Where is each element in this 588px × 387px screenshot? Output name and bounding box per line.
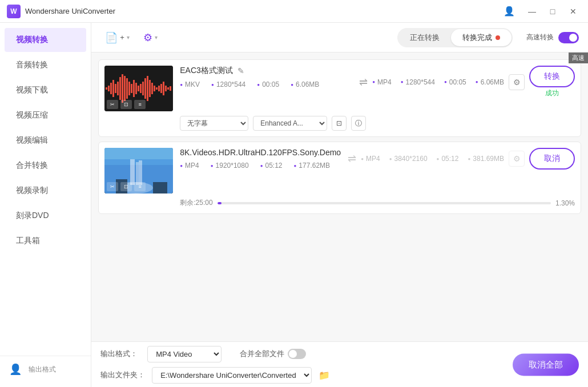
merge-toggle-wrap: 合并全部文件 — [240, 349, 306, 359]
info-button-1[interactable]: ⓘ — [351, 116, 366, 131]
file-name-2: 8K.Videos.HDR.UltraHD.120FPS.Sony.Demo — [180, 148, 341, 157]
merge-toggle[interactable] — [288, 349, 306, 359]
success-text-1: 成功 — [545, 88, 559, 98]
high-speed-area: 高速转换 — [526, 32, 579, 43]
sidebar-item-toolbox[interactable]: 工具箱 — [5, 229, 86, 253]
output-settings-button-2[interactable]: ⚙ — [509, 151, 525, 167]
window-controls: — □ ✕ — [524, 6, 581, 17]
path-select[interactable]: E:\Wondershare UniConverter\Converted — [152, 367, 312, 384]
high-speed-label: 高速转换 — [526, 33, 554, 42]
merge-label: 合并全部文件 — [240, 349, 284, 359]
sidebar-item-merge-convert[interactable]: 合并转换 — [5, 154, 86, 178]
menu-button-1[interactable]: ≡ — [134, 100, 146, 109]
shuffle-icon-2[interactable]: ⇌ — [348, 152, 356, 165]
svg-rect-37 — [104, 148, 173, 159]
file-info-1: EAC3格式测试 ✎ ● MKV ● 1280*544 ● 00:05 ● 6.… — [180, 66, 352, 92]
edit-name-icon-1[interactable]: ✎ — [237, 66, 244, 75]
file-info-2: 8K.Videos.HDR.UltraHD.120FPS.Sony.Demo ●… — [180, 148, 341, 173]
sidebar: 视频转换 音频转换 视频下载 视频压缩 视频编辑 合并转换 视频录制 刻录DVD… — [0, 23, 91, 387]
path-label: 输出文件夹： — [100, 370, 145, 380]
svg-rect-5 — [117, 82, 119, 95]
svg-rect-23 — [158, 86, 160, 91]
svg-rect-19 — [149, 80, 151, 97]
subtitle-select[interactable]: 无字幕 — [180, 116, 248, 131]
svg-rect-32 — [136, 162, 139, 185]
progress-text-2: 1.30% — [555, 199, 575, 207]
thumbnail-1: ✂ ⊡ ≡ — [104, 66, 173, 111]
svg-rect-2 — [110, 83, 112, 94]
maximize-button[interactable]: □ — [545, 6, 561, 17]
close-button[interactable]: ✕ — [565, 6, 581, 17]
minimize-button[interactable]: — — [524, 6, 540, 17]
app-logo: W — [7, 5, 21, 18]
sidebar-item-video-compress[interactable]: 视频压缩 — [5, 103, 86, 127]
svg-rect-36 — [153, 182, 167, 194]
file-name-1: EAC3格式测试 ✎ — [180, 66, 352, 76]
high-speed-toggle[interactable] — [558, 32, 579, 43]
svg-rect-0 — [106, 87, 107, 90]
cancel-button-2[interactable]: 取消 — [529, 148, 575, 170]
output-settings-button-1[interactable]: ⚙ — [509, 74, 525, 90]
subtitle-clip-button[interactable]: ⊡ — [332, 116, 347, 131]
progress-bar-2 — [218, 202, 551, 204]
file-card-2: ✂ ⊡ ≡ 8K.Videos.HDR.UltraHD.120FPS.Sony.… — [98, 142, 581, 214]
subtitle-select-wrap: 无字幕 — [180, 116, 248, 131]
sidebar-item-video-convert[interactable]: 视频转换 — [5, 28, 86, 52]
svg-rect-6 — [119, 77, 121, 100]
sidebar-item-video-edit[interactable]: 视频编辑 — [5, 128, 86, 152]
output-format-label: 输出格式 — [29, 365, 56, 374]
subtitle-row-1: 无字幕 Enhanced A... ⊡ ⓘ — [180, 116, 575, 131]
add-file-button[interactable]: 📄 + ▾ — [100, 28, 134, 47]
main-layout: 视频转换 音频转换 视频下载 视频压缩 视频编辑 合并转换 视频录制 刻录DVD… — [0, 23, 588, 387]
svg-rect-17 — [144, 78, 146, 99]
format-label: 输出格式： — [100, 349, 140, 359]
svg-rect-18 — [147, 76, 148, 101]
thumb-controls-2: ✂ ⊡ ≡ — [107, 182, 146, 191]
setting-icon: ⚙ — [143, 31, 152, 44]
convert-action-1: done 转换 成功 — [529, 66, 575, 98]
crop-button-2[interactable]: ⊡ — [120, 182, 132, 191]
cut-button-1[interactable]: ✂ — [107, 100, 118, 109]
file-card-top-2: ✂ ⊡ ≡ 8K.Videos.HDR.UltraHD.120FPS.Sony.… — [104, 148, 575, 194]
sidebar-item-burn-dvd[interactable]: 刻录DVD — [5, 204, 86, 228]
convert-setting-button[interactable]: ⚙ ▾ — [139, 28, 162, 47]
enhanced-select[interactable]: Enhanced A... — [253, 116, 327, 131]
tab-converting[interactable]: 正在转换 — [398, 29, 451, 46]
svg-rect-27 — [167, 87, 169, 90]
thumb-controls-1: ✂ ⊡ ≡ — [107, 100, 146, 109]
svg-rect-9 — [126, 78, 128, 99]
svg-rect-21 — [154, 86, 155, 91]
file-right-2: ⇌ ● MP4 ● 3840*2160 ● 05:12 ● 381.69MB ⚙… — [348, 148, 575, 170]
user-icon[interactable]: 👤 — [504, 6, 515, 17]
chevron-down-icon: ▾ — [127, 34, 130, 41]
menu-button-2[interactable]: ≡ — [134, 182, 146, 191]
folder-button[interactable]: 📁 — [319, 370, 330, 381]
crop-button-1[interactable]: ⊡ — [120, 100, 132, 109]
format-select[interactable]: MP4 Video — [147, 346, 221, 362]
file-list: ✂ ⊡ ≡ EAC3格式测试 ✎ ● MKV ● 1280* — [91, 53, 588, 341]
cut-button-2[interactable]: ✂ — [107, 182, 118, 191]
svg-rect-22 — [156, 87, 158, 90]
svg-rect-4 — [115, 84, 116, 93]
progress-fill-2 — [218, 202, 222, 204]
sidebar-item-video-record[interactable]: 视频录制 — [5, 179, 86, 203]
svg-rect-14 — [138, 86, 139, 91]
content-area: 📄 + ▾ ⚙ ▾ 正在转换 转换完成 高速转换 高速 — [91, 23, 588, 387]
shuffle-icon-1[interactable]: ⇌ — [359, 76, 368, 88]
sidebar-item-video-download[interactable]: 视频下载 — [5, 78, 86, 102]
tab-done[interactable]: 转换完成 — [451, 29, 512, 46]
convert-done-button-1[interactable]: 转换 — [529, 66, 575, 87]
svg-rect-24 — [160, 84, 162, 93]
svg-rect-13 — [135, 83, 137, 94]
enhanced-select-wrap: Enhanced A... — [253, 116, 327, 131]
thumbnail-2: ✂ ⊡ ≡ — [104, 148, 173, 194]
bottom-bar: 输出格式： MP4 Video 合并全部文件 输出文件夹： E:\Wonders… — [91, 341, 588, 387]
done-dot — [496, 35, 500, 40]
output-info-1: ● MP4 ● 1280*544 ● 00:05 ● 6.06MB — [372, 78, 504, 86]
high-speed-badge: 高速 — [569, 53, 588, 63]
svg-rect-20 — [151, 83, 153, 94]
svg-rect-7 — [122, 74, 123, 103]
sidebar-item-audio-convert[interactable]: 音频转换 — [5, 53, 86, 77]
format-row: 输出格式： MP4 Video 合并全部文件 — [100, 346, 579, 362]
cancel-all-button[interactable]: 取消全部 — [513, 353, 579, 376]
